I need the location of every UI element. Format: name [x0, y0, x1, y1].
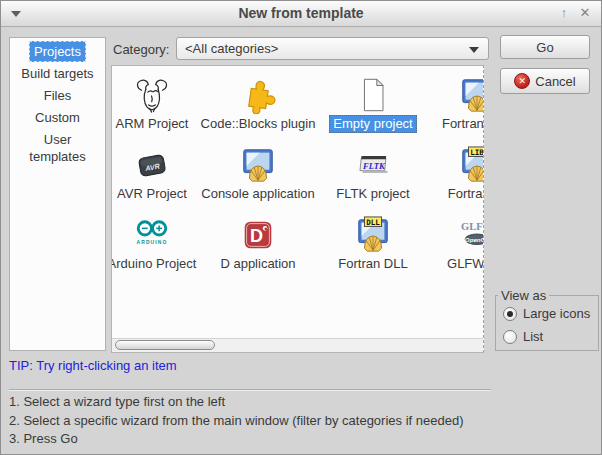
svg-text:GLFW: GLFW — [461, 221, 484, 232]
titlebar[interactable]: New from template ↑ ✕ — [1, 1, 601, 27]
separator — [9, 389, 491, 391]
template-item[interactable]: Fortran appl — [422, 72, 484, 142]
instruction-line: 3. Press Go — [9, 430, 463, 449]
template-item[interactable]: FLTKFLTK project — [324, 142, 422, 212]
template-grid-panel[interactable]: ARM Project Code::Blocks plugin Empty pr… — [111, 65, 484, 353]
template-item-label: D application — [216, 255, 299, 273]
svg-text:OpenGL: OpenGL — [465, 236, 484, 243]
go-button[interactable]: Go — [500, 35, 590, 59]
svg-text:FLTK: FLTK — [362, 161, 386, 171]
template-item[interactable]: Console application — [192, 142, 324, 212]
sidebar-item-build-targets[interactable]: Build targets — [10, 63, 105, 85]
template-item-label: Fortran lib — [444, 185, 484, 203]
window-shell-icon — [239, 142, 277, 184]
puzzle-icon — [239, 72, 277, 114]
radio-list-label: List — [523, 329, 543, 344]
sidebar-item-label: Files — [39, 85, 76, 106]
template-grid-row: ARM Project Code::Blocks plugin Empty pr… — [112, 72, 483, 142]
view-as-group: View as Large icons List — [495, 295, 599, 351]
svg-text:ARDUINO: ARDUINO — [137, 240, 168, 245]
horizontal-scrollbar[interactable] — [112, 338, 483, 352]
sidebar-item-label: Build targets — [16, 63, 98, 84]
template-item[interactable]: GLFW OpenGLGLFW pro — [422, 212, 484, 282]
template-grid-row: AVRAVR Project Console application FLTKF… — [112, 142, 483, 212]
template-grid-row: ARDUINOArduino Project D D application D… — [112, 212, 483, 282]
radio-list[interactable]: List — [503, 329, 543, 344]
svg-text:DLL: DLL — [366, 218, 380, 227]
new-from-template-dialog: New from template ↑ ✕ ProjectsBuild targ… — [0, 0, 602, 455]
sidebar-item-label: User templates — [10, 129, 105, 167]
template-item[interactable]: Code::Blocks plugin — [192, 72, 324, 142]
sidebar-item-label: Projects — [29, 41, 86, 62]
horizontal-scrollbar-thumb[interactable] — [115, 340, 215, 350]
template-item-label: Empty project — [329, 115, 416, 133]
svg-text:LIB: LIB — [470, 148, 484, 157]
gnu-head-icon — [133, 72, 171, 114]
radio-icon — [503, 307, 517, 321]
template-item-label: FLTK project — [332, 185, 413, 203]
sidebar-item-label: Custom — [30, 107, 85, 128]
template-item-label: Fortran DLL — [334, 255, 411, 273]
shade-window-icon[interactable]: ↑ — [555, 4, 573, 22]
category-dropdown-value: <All categories> — [185, 41, 278, 56]
template-item[interactable]: Empty project — [324, 72, 422, 142]
template-item[interactable]: DLLFortran DLL — [324, 212, 422, 282]
glfw-icon: GLFW OpenGL — [458, 212, 484, 254]
tip-text: TIP: Try right-clicking an item — [9, 358, 177, 373]
d-icon: D — [239, 212, 277, 254]
svg-text:D: D — [250, 226, 263, 246]
template-item-label: Fortran appl — [438, 115, 484, 133]
instruction-line: 1. Select a wizard type first on the lef… — [9, 393, 463, 412]
sidebar-item-custom[interactable]: Custom — [10, 107, 105, 129]
sidebar-item-projects[interactable]: Projects — [10, 41, 105, 63]
sidebar-item-user-templates[interactable]: User templates — [10, 129, 105, 151]
template-item-label: ARM Project — [112, 115, 193, 133]
wizard-type-list[interactable]: ProjectsBuild targetsFilesCustomUser tem… — [9, 37, 106, 351]
go-button-label: Go — [536, 40, 553, 55]
cancel-button-label: Cancel — [535, 74, 575, 89]
close-window-icon[interactable]: ✕ — [576, 4, 594, 22]
window-shell-icon — [458, 72, 484, 114]
window-shell-icon: DLL — [354, 212, 392, 254]
template-item-label: AVR Project — [113, 185, 191, 203]
template-item[interactable]: AVRAVR Project — [112, 142, 192, 212]
template-item[interactable]: D D application — [192, 212, 324, 282]
template-item-label: Console application — [197, 185, 318, 203]
instruction-line: 2. Select a specific wizard from the mai… — [9, 412, 463, 431]
template-item-label: GLFW pro — [443, 255, 484, 273]
template-item-label: Code::Blocks plugin — [197, 115, 320, 133]
template-item[interactable]: LIBFortran lib — [422, 142, 484, 212]
window-shell-icon: LIB — [458, 142, 484, 184]
cancel-icon: ✕ — [514, 73, 530, 89]
sidebar-item-files[interactable]: Files — [10, 85, 105, 107]
template-item[interactable]: ARM Project — [112, 72, 192, 142]
instructions: 1. Select a wizard type first on the lef… — [9, 393, 463, 449]
fltk-icon: FLTK — [354, 142, 392, 184]
avr-chip-icon: AVR — [133, 142, 171, 184]
category-dropdown[interactable]: <All categories> — [176, 37, 489, 60]
view-as-legend: View as — [498, 288, 549, 303]
window-title: New from template — [1, 5, 601, 21]
arduino-icon: ARDUINO — [133, 212, 171, 254]
blank-page-icon — [354, 72, 392, 114]
cancel-button[interactable]: ✕ Cancel — [500, 68, 590, 94]
radio-icon — [503, 330, 517, 344]
template-item-label: Arduino Project — [111, 255, 200, 273]
radio-large-icons-label: Large icons — [523, 306, 590, 321]
radio-large-icons[interactable]: Large icons — [503, 306, 590, 321]
chevron-down-icon — [469, 47, 479, 53]
template-item[interactable]: ARDUINOArduino Project — [112, 212, 192, 282]
template-grid: ARM Project Code::Blocks plugin Empty pr… — [112, 72, 483, 282]
category-label: Category: — [113, 42, 169, 57]
